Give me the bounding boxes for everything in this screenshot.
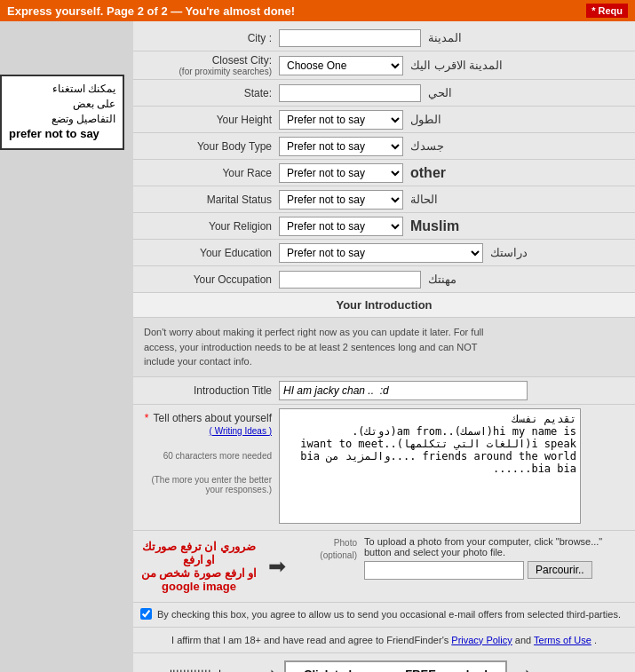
religion-select[interactable]: Prefer not to say	[279, 217, 403, 236]
education-control: Prefer not to say دراستك	[279, 243, 631, 263]
photo-upload-desc: To upload a photo from your computer, cl…	[364, 536, 631, 557]
checkbox-row: By checking this box, you agree to allow…	[133, 603, 635, 628]
education-row: Your Education Prefer not to say دراستك	[133, 240, 635, 266]
top-bar: Express yourself. Page 2 of 2 — You're a…	[0, 0, 635, 21]
occupation-input[interactable]	[279, 271, 421, 289]
sidebar-arabic-1: يمكنك استغناء	[9, 82, 115, 97]
browse-button[interactable]: Parcourir..	[528, 561, 592, 579]
photo-arrow-left: ➡	[268, 554, 286, 579]
city-label: City :	[137, 32, 279, 44]
terms-link[interactable]: Terms of Use	[534, 635, 591, 645]
religion-control: Prefer not to say Muslim	[279, 217, 631, 236]
photo-sidebar-text: ضروري ان ترفع صورتك او ارفعاو ارفع صورة …	[137, 536, 261, 597]
religion-arabic: Muslim	[410, 218, 459, 234]
photo-upload-row: Parcourir..	[364, 561, 631, 580]
closest-city-label-wrap: Closest City: (for proximity searches)	[137, 54, 279, 76]
photo-section: ضروري ان ترفع صورتك او ارفعاو ارفع صورة …	[133, 531, 635, 603]
char-note: (The more you enter the better your resp…	[137, 475, 272, 494]
closest-city-select[interactable]: Choose One	[279, 56, 403, 75]
intro-textarea[interactable]: تقديم نفسك hi my name is(اسمك)..am from(…	[279, 408, 581, 524]
body-type-arabic: جسدك	[410, 139, 444, 153]
state-label: State:	[137, 87, 279, 99]
photo-arabic-instruction: ضروري ان ترفع صورتك او ارفعاو ارفع صورة …	[141, 540, 257, 593]
photo-upload-area: To upload a photo from your computer, cl…	[364, 536, 631, 580]
tell-others-label-text: Tell others about yourself	[154, 412, 272, 424]
education-select[interactable]: Prefer not to say	[279, 243, 483, 263]
required-label: * Requ	[586, 4, 628, 18]
intro-desc-2: access, your introduction needs to be at…	[144, 342, 477, 352]
closest-city-arabic: المدينة الاقرب اليك	[410, 59, 503, 72]
body-type-select[interactable]: Prefer not to say	[279, 137, 403, 156]
sidebar-prefer-text: prefer not to say	[9, 126, 115, 142]
sidebar-arabic-2: على بعض	[9, 97, 115, 112]
submit-button[interactable]: Click to become a FREE member!	[284, 660, 507, 672]
race-control: Prefer not to say other	[279, 163, 631, 183]
height-label: Your Height	[137, 114, 279, 126]
city-row: City : المدينة	[133, 25, 635, 51]
sidebar-arabic-3: التفاصيل وتضع	[9, 112, 115, 127]
body-type-label: Your Body Type	[137, 140, 279, 153]
city-input[interactable]	[279, 29, 421, 47]
race-arabic: other	[410, 165, 446, 181]
race-select[interactable]: Prefer not to say	[279, 163, 403, 183]
affirm-and: and	[515, 635, 531, 645]
race-label: Your Race	[137, 167, 279, 179]
intro-textarea-field: تقديم نفسك hi my name is(اسمك)..am from(…	[279, 408, 631, 526]
intro-title-label: Introduction Title	[137, 381, 279, 397]
height-arabic: الطول	[410, 113, 441, 126]
bottom-arabic-text: تابعلللللللللللل	[137, 668, 252, 672]
closest-city-control: Choose One المدينة الاقرب اليك	[279, 56, 631, 75]
photo-optional: (optional)	[320, 550, 357, 560]
height-select[interactable]: Prefer not to say	[279, 110, 403, 130]
affirm-dot: .	[594, 635, 597, 645]
intro-title-field	[279, 381, 631, 400]
tell-others-row: * Tell others about yourself ( Writing I…	[133, 405, 635, 531]
affirm-text: I affirm that I am 18+ and have read and…	[171, 635, 448, 645]
photo-path-input[interactable]	[364, 561, 524, 580]
privacy-policy-link[interactable]: Privacy Policy	[451, 635, 512, 645]
education-arabic: دراستك	[490, 246, 528, 259]
sidebar-note: يمكنك استغناء على بعض التفاصيل وتضع pref…	[0, 75, 124, 150]
closest-city-sub: (for proximity searches)	[137, 67, 272, 76]
required-star: *	[145, 412, 149, 424]
closest-city-row: Closest City: (for proximity searches) C…	[133, 51, 635, 80]
offers-checkbox[interactable]	[140, 608, 152, 620]
char-count: 60 characters more needed	[137, 451, 272, 461]
height-row: Your Height Prefer not to say الطول	[133, 107, 635, 133]
state-control: الحي	[279, 84, 631, 102]
state-input[interactable]	[279, 84, 421, 102]
affirm-row: I affirm that I am 18+ and have read and…	[133, 628, 635, 654]
body-type-control: Prefer not to say جسدك	[279, 137, 631, 156]
closest-city-label: Closest City:	[137, 54, 272, 67]
intro-desc-3: include your contact info.	[144, 356, 252, 367]
intro-title-row: Introduction Title	[133, 377, 635, 405]
bottom-row: تابعلللللللللللل ➡ Click to become a FRE…	[133, 653, 635, 672]
writing-ideas-link[interactable]: ( Writing Ideas )	[210, 426, 272, 436]
main-content: يمكنك استغناء على بعض التفاصيل وتضع pref…	[0, 21, 635, 672]
tell-others-label: * Tell others about yourself ( Writing I…	[137, 408, 279, 494]
bottom-arrow-left: ➡	[259, 662, 277, 672]
bottom-arrow-right: ➡	[514, 662, 532, 672]
religion-row: Your Religion Prefer not to say Muslim	[133, 213, 635, 240]
intro-desc-1: Don't worry about making it perfect righ…	[144, 327, 483, 337]
page-title: Express yourself. Page 2 of 2 — You're a…	[7, 4, 295, 18]
form-area: City : المدينة Closest City: (for proxim…	[133, 21, 635, 672]
state-row: State: الحي	[133, 80, 635, 107]
occupation-label: Your Occupation	[137, 273, 279, 286]
race-row: Your Race Prefer not to say other	[133, 160, 635, 186]
state-arabic: الحي	[428, 86, 452, 99]
marital-row: Marital Status Prefer not to say الحالة	[133, 186, 635, 213]
marital-select[interactable]: Prefer not to say	[279, 190, 403, 210]
occupation-row: Your Occupation مهنتك	[133, 266, 635, 293]
marital-label: Marital Status	[137, 194, 279, 206]
intro-title-input[interactable]	[279, 381, 528, 400]
occupation-control: مهنتك	[279, 271, 631, 289]
body-type-row: Your Body Type Prefer not to say جسدك	[133, 133, 635, 160]
height-control: Prefer not to say الطول	[279, 110, 631, 130]
education-label: Your Education	[137, 247, 279, 259]
photo-label-text: Photo	[334, 538, 357, 548]
intro-description: Don't worry about making it perfect righ…	[133, 318, 635, 377]
religion-label: Your Religion	[137, 220, 279, 233]
marital-arabic: الحالة	[410, 193, 438, 206]
checkbox-text: By checking this box, you agree to allow…	[157, 608, 621, 621]
